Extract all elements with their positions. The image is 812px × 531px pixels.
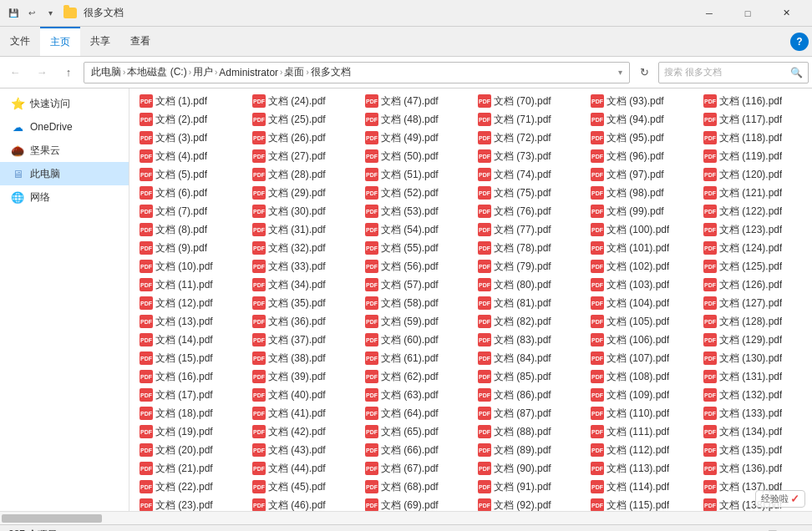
list-item[interactable]: PDF文档 (32).pdf <box>249 239 362 257</box>
list-item[interactable]: PDF文档 (80).pdf <box>475 276 587 294</box>
list-item[interactable]: PDF文档 (24).pdf <box>249 92 362 110</box>
list-item[interactable]: PDF文档 (108).pdf <box>587 367 700 386</box>
list-item[interactable]: PDF文档 (58).pdf <box>362 294 475 312</box>
list-item[interactable]: PDF文档 (135).pdf <box>700 441 812 459</box>
list-item[interactable]: PDF文档 (61).pdf <box>362 349 475 367</box>
minimize-button[interactable]: ─ <box>690 0 728 27</box>
list-item[interactable]: PDF文档 (87).pdf <box>475 404 587 422</box>
ribbon-tab-share[interactable]: 共享 <box>80 27 120 56</box>
list-item[interactable]: PDF文档 (81).pdf <box>475 294 587 312</box>
list-item[interactable]: PDF文档 (111).pdf <box>587 422 700 441</box>
list-item[interactable]: PDF文档 (133).pdf <box>700 404 812 422</box>
list-item[interactable]: PDF文档 (41).pdf <box>249 404 362 422</box>
list-item[interactable]: PDF文档 (71).pdf <box>475 110 587 129</box>
refresh-button[interactable]: ↻ <box>633 62 655 83</box>
list-item[interactable]: PDF文档 (37).pdf <box>249 331 362 349</box>
list-item[interactable]: PDF文档 (109).pdf <box>587 386 700 404</box>
list-item[interactable]: PDF文档 (31).pdf <box>249 220 362 239</box>
close-button[interactable]: ✕ <box>767 0 805 27</box>
list-item[interactable]: PDF文档 (136).pdf <box>700 459 812 478</box>
ribbon-tab-home[interactable]: 主页 <box>40 27 80 56</box>
list-item[interactable]: PDF文档 (123).pdf <box>700 220 812 239</box>
list-item[interactable]: PDF文档 (117).pdf <box>700 110 812 129</box>
list-item[interactable]: PDF文档 (52).pdf <box>362 184 475 202</box>
list-item[interactable]: PDF文档 (76).pdf <box>475 202 587 220</box>
list-item[interactable]: PDF文档 (74).pdf <box>475 165 587 184</box>
sidebar-item-thispc[interactable]: 🖥 此电脑 <box>0 162 129 185</box>
help-button[interactable]: ? <box>790 33 809 51</box>
list-item[interactable]: PDF文档 (1).pdf <box>136 92 249 110</box>
list-item[interactable]: PDF文档 (125).pdf <box>700 257 812 276</box>
list-item[interactable]: PDF文档 (104).pdf <box>587 294 700 312</box>
breadcrumb-thispc[interactable]: 此电脑 <box>91 65 121 79</box>
list-item[interactable]: PDF文档 (91).pdf <box>475 478 587 496</box>
list-item[interactable]: PDF文档 (116).pdf <box>700 92 812 110</box>
list-item[interactable]: PDF文档 (54).pdf <box>362 220 475 239</box>
list-item[interactable]: PDF文档 (28).pdf <box>249 165 362 184</box>
list-item[interactable]: PDF文档 (120).pdf <box>700 165 812 184</box>
breadcrumb-localdisk[interactable]: 本地磁盘 (C:) <box>127 65 186 79</box>
list-item[interactable]: PDF文档 (101).pdf <box>587 239 700 257</box>
list-item[interactable]: PDF文档 (96).pdf <box>587 147 700 165</box>
list-item[interactable]: PDF文档 (3).pdf <box>136 129 249 147</box>
list-item[interactable]: PDF文档 (98).pdf <box>587 184 700 202</box>
list-item[interactable]: PDF文档 (84).pdf <box>475 349 587 367</box>
list-item[interactable]: PDF文档 (115).pdf <box>587 496 700 511</box>
list-item[interactable]: PDF文档 (12).pdf <box>136 294 249 312</box>
list-item[interactable]: PDF文档 (65).pdf <box>362 422 475 441</box>
list-item[interactable]: PDF文档 (119).pdf <box>700 147 812 165</box>
title-icon-save[interactable]: 💾 <box>7 7 20 20</box>
list-item[interactable]: PDF文档 (45).pdf <box>249 478 362 496</box>
list-item[interactable]: PDF文档 (93).pdf <box>587 92 700 110</box>
list-item[interactable]: PDF文档 (77).pdf <box>475 220 587 239</box>
list-item[interactable]: PDF文档 (40).pdf <box>249 386 362 404</box>
sidebar-item-quickaccess[interactable]: ⭐ 快速访问 <box>0 92 129 115</box>
list-item[interactable]: PDF文档 (107).pdf <box>587 349 700 367</box>
list-item[interactable]: PDF文档 (49).pdf <box>362 129 475 147</box>
list-item[interactable]: PDF文档 (106).pdf <box>587 331 700 349</box>
list-item[interactable]: PDF文档 (86).pdf <box>475 386 587 404</box>
list-item[interactable]: PDF文档 (53).pdf <box>362 202 475 220</box>
back-button[interactable]: ← <box>3 61 27 84</box>
list-item[interactable]: PDF文档 (72).pdf <box>475 129 587 147</box>
horizontal-scrollbar[interactable] <box>0 511 812 524</box>
list-item[interactable]: PDF文档 (44).pdf <box>249 459 362 478</box>
search-box[interactable]: 搜索 很多文档 🔍 <box>658 62 809 83</box>
list-item[interactable]: PDF文档 (5).pdf <box>136 165 249 184</box>
list-item[interactable]: PDF文档 (63).pdf <box>362 386 475 404</box>
list-item[interactable]: PDF文档 (7).pdf <box>136 202 249 220</box>
list-item[interactable]: PDF文档 (36).pdf <box>249 312 362 331</box>
list-item[interactable]: PDF文档 (4).pdf <box>136 147 249 165</box>
list-item[interactable]: PDF文档 (10).pdf <box>136 257 249 276</box>
list-item[interactable]: PDF文档 (99).pdf <box>587 202 700 220</box>
list-item[interactable]: PDF文档 (75).pdf <box>475 184 587 202</box>
list-item[interactable]: PDF文档 (35).pdf <box>249 294 362 312</box>
list-item[interactable]: PDF文档 (30).pdf <box>249 202 362 220</box>
list-item[interactable]: PDF文档 (47).pdf <box>362 92 475 110</box>
list-item[interactable]: PDF文档 (29).pdf <box>249 184 362 202</box>
list-item[interactable]: PDF文档 (70).pdf <box>475 92 587 110</box>
list-item[interactable]: PDF文档 (15).pdf <box>136 349 249 367</box>
sidebar-item-jianguoyun[interactable]: 🌰 坚果云 <box>0 139 129 162</box>
list-item[interactable]: PDF文档 (129).pdf <box>700 331 812 349</box>
title-icon-undo[interactable]: ↩ <box>25 7 38 20</box>
list-item[interactable]: PDF文档 (59).pdf <box>362 312 475 331</box>
list-item[interactable]: PDF文档 (113).pdf <box>587 459 700 478</box>
list-item[interactable]: PDF文档 (124).pdf <box>700 239 812 257</box>
list-item[interactable]: PDF文档 (92).pdf <box>475 496 587 511</box>
ribbon-tab-view[interactable]: 查看 <box>120 27 160 56</box>
list-item[interactable]: PDF文档 (131).pdf <box>700 367 812 386</box>
list-item[interactable]: PDF文档 (43).pdf <box>249 441 362 459</box>
list-item[interactable]: PDF文档 (60).pdf <box>362 331 475 349</box>
sidebar-item-network[interactable]: 🌐 网络 <box>0 185 129 209</box>
list-item[interactable]: PDF文档 (94).pdf <box>587 110 700 129</box>
list-item[interactable]: PDF文档 (56).pdf <box>362 257 475 276</box>
list-item[interactable]: PDF文档 (83).pdf <box>475 331 587 349</box>
list-item[interactable]: PDF文档 (128).pdf <box>700 312 812 331</box>
list-item[interactable]: PDF文档 (6).pdf <box>136 184 249 202</box>
list-item[interactable]: PDF文档 (64).pdf <box>362 404 475 422</box>
list-item[interactable]: PDF文档 (48).pdf <box>362 110 475 129</box>
list-item[interactable]: PDF文档 (67).pdf <box>362 459 475 478</box>
list-item[interactable]: PDF文档 (95).pdf <box>587 129 700 147</box>
list-item[interactable]: PDF文档 (51).pdf <box>362 165 475 184</box>
